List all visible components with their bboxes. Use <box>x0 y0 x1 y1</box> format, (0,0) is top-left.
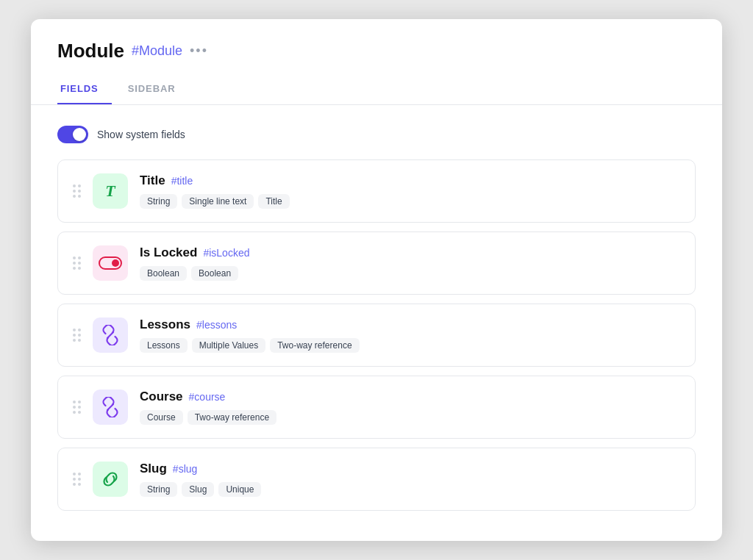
field-name-label: Title <box>140 173 165 188</box>
drag-handle-course[interactable] <box>73 401 81 414</box>
field-hash-label: #slug <box>173 463 197 475</box>
field-name-label: Is Locked <box>140 245 197 260</box>
page-hash: #Module <box>132 43 182 59</box>
field-icon-title: T <box>93 173 128 209</box>
field-tags-title: String Single line text Title <box>140 194 680 209</box>
field-icon-course <box>93 390 128 425</box>
field-name-row: Is Locked #isLocked <box>140 245 680 260</box>
header: Module #Module ••• FIELDS SIDEBAR <box>31 19 722 105</box>
toggle-thumb <box>73 128 86 141</box>
tag: String <box>140 194 177 209</box>
content-area: Show system fields T Title #title <box>31 105 722 540</box>
page-title: Module <box>57 40 124 62</box>
field-card-title: T Title #title String Single line text T… <box>57 159 696 223</box>
field-name-row: Slug #slug <box>140 462 680 476</box>
tag: Title <box>258 194 289 209</box>
tag: Boolean <box>191 266 238 281</box>
field-tags-course: Course Two-way reference <box>140 410 680 425</box>
field-name-row: Lessons #lessons <box>140 317 680 332</box>
field-tags-lessons: Lessons Multiple Values Two-way referenc… <box>140 338 680 353</box>
system-fields-toggle-row: Show system fields <box>57 126 696 143</box>
field-hash-label: #isLocked <box>203 247 249 259</box>
svg-line-3 <box>107 404 113 410</box>
link-icon <box>100 397 121 417</box>
field-name-label: Lessons <box>140 317 190 332</box>
title-row: Module #Module ••• <box>57 40 696 62</box>
tag: Course <box>140 410 183 425</box>
drag-dots-icon <box>73 329 81 342</box>
tag: Two-way reference <box>188 410 276 425</box>
drag-dots-icon <box>73 184 81 198</box>
tab-bar: FIELDS SIDEBAR <box>57 76 696 104</box>
field-name-label: Slug <box>140 462 167 476</box>
tag: Slug <box>182 482 214 497</box>
drag-dots-icon <box>73 473 81 486</box>
tag: Boolean <box>140 266 187 281</box>
drag-handle-title[interactable] <box>73 184 81 198</box>
tag: Multiple Values <box>192 338 265 353</box>
field-card-islocked: Is Locked #isLocked Boolean Boolean <box>57 231 696 295</box>
field-info-islocked: Is Locked #isLocked Boolean Boolean <box>140 245 680 281</box>
field-card-lessons: Lessons #lessons Lessons Multiple Values… <box>57 304 696 367</box>
field-tags-islocked: Boolean Boolean <box>140 266 680 281</box>
field-info-lessons: Lessons #lessons Lessons Multiple Values… <box>140 317 680 353</box>
tag: Two-way reference <box>270 338 359 353</box>
svg-point-1 <box>112 259 119 267</box>
system-fields-toggle[interactable] <box>57 126 88 143</box>
field-hash-label: #course <box>189 391 226 403</box>
field-info-title: Title #title String Single line text Tit… <box>140 173 680 209</box>
main-window: Module #Module ••• FIELDS SIDEBAR Show s… <box>31 19 722 541</box>
field-hash-label: #lessons <box>196 319 237 331</box>
slug-icon <box>100 469 121 489</box>
tab-fields[interactable]: FIELDS <box>57 76 112 104</box>
field-icon-lessons <box>93 317 128 353</box>
field-hash-label: #title <box>171 175 193 187</box>
t-icon: T <box>105 182 115 201</box>
link-icon <box>100 325 121 345</box>
field-name-row: Course #course <box>140 390 680 404</box>
toggle-label: Show system fields <box>97 129 185 140</box>
drag-handle-lessons[interactable] <box>73 329 81 342</box>
tag: Lessons <box>140 338 188 353</box>
toggle-icon <box>99 256 122 270</box>
field-icon-islocked <box>93 245 128 281</box>
tag: Single line text <box>182 194 254 209</box>
drag-handle-slug[interactable] <box>73 473 81 486</box>
tag: String <box>140 482 177 497</box>
field-card-course: Course #course Course Two-way reference <box>57 376 696 439</box>
tab-sidebar[interactable]: SIDEBAR <box>125 76 189 104</box>
svg-line-2 <box>107 332 113 338</box>
drag-handle-islocked[interactable] <box>73 256 81 270</box>
drag-dots-icon <box>73 401 81 414</box>
field-info-course: Course #course Course Two-way reference <box>140 390 680 425</box>
field-name-label: Course <box>140 390 183 404</box>
field-info-slug: Slug #slug String Slug Unique <box>140 462 680 497</box>
field-card-slug: Slug #slug String Slug Unique <box>57 448 696 511</box>
more-options-button[interactable]: ••• <box>190 43 208 59</box>
tag: Unique <box>218 482 261 497</box>
drag-dots-icon <box>73 256 81 270</box>
field-icon-slug <box>93 462 128 497</box>
field-tags-slug: String Slug Unique <box>140 482 680 497</box>
field-name-row: Title #title <box>140 173 680 188</box>
